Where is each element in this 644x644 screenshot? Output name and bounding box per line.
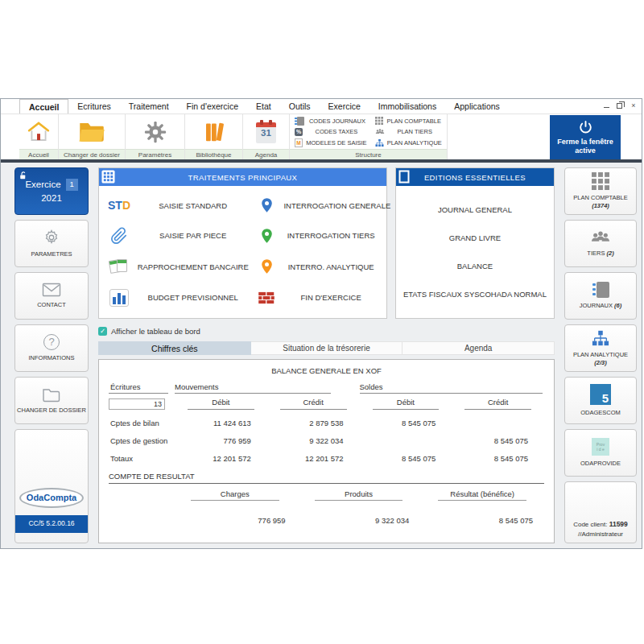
menu-tab-ecritures[interactable]: Ecritures <box>68 99 119 114</box>
map-pin-orange-icon <box>254 258 279 275</box>
sidebar-item-tiers[interactable]: TIERS (2) <box>564 220 637 267</box>
client-user: //Administrateur <box>578 530 623 539</box>
tab-chiffres-cles[interactable]: Chiffres clés <box>98 341 251 355</box>
col-header-mvt-credit: Crédit <box>280 398 347 410</box>
home-icon <box>26 120 52 143</box>
dashboard-tabbar: Chiffres clés Situation de la trésorerie… <box>98 341 555 355</box>
ribbon-item-plan-tiers[interactable]: PLAN TIERS <box>375 128 442 136</box>
ribbon-item-plan-analytique[interactable]: PLAN ANALYTIQUE <box>375 138 442 147</box>
menu-tab-immobilisations[interactable]: Immobilisations <box>369 99 445 114</box>
left-sidebar: Exercice 1 2021 PARAMETRES <box>14 167 89 543</box>
sidebar-item-informations[interactable]: ? INFORMATIONS <box>14 324 89 372</box>
menu-tab-outils[interactable]: Outils <box>280 99 320 114</box>
unlock-icon <box>19 171 28 181</box>
grid-icon <box>592 172 609 190</box>
ribbon-item-modeles-saisie[interactable]: M MODELES DE SAISIE <box>295 138 366 147</box>
tab-situation-tresorerie[interactable]: Situation de la trésorerie <box>251 341 403 355</box>
ribbon-group-bibliotheque[interactable]: Bibliothèque <box>185 114 243 159</box>
edition-balance[interactable]: BALANCE <box>399 262 551 270</box>
dashboard-checkbox-row: ✓ Afficher le tableau de bord <box>98 325 555 336</box>
sidebar-item-odaprovide[interactable]: Prov i d e ODAPROVIDE <box>564 429 637 477</box>
journaux-count: (6) <box>614 302 621 309</box>
people-icon <box>375 128 385 136</box>
ecritures-header: Écritures <box>109 382 168 394</box>
sidebar-item-journaux[interactable]: JOURNAUX (6) <box>564 272 637 320</box>
client-info-card: Code client: 11599 //Administrateur <box>564 481 637 543</box>
ribbon-item-plan-comptable[interactable]: PLAN COMPTABLE <box>375 117 442 126</box>
menu-bar: Accueil Ecritures Traitement Fin d'exerc… <box>1 99 642 114</box>
dashboard-checkbox-label: Afficher le tableau de bord <box>111 327 200 336</box>
tab-agenda[interactable]: Agenda <box>402 341 555 355</box>
panel-traitements-principaux: TRAITEMENTS PRINCIPAUX STD SAISIE STANDA… <box>98 167 387 319</box>
content-area: Exercice 1 2021 PARAMETRES <box>1 163 642 548</box>
sidebar-item-plan-comptable[interactable]: PLAN COMPTABLE (1374) <box>564 167 637 215</box>
sidebar-item-parametres[interactable]: PARAMETRES <box>14 220 89 267</box>
envelope-icon <box>42 283 61 297</box>
action-budget-previsionnel[interactable]: BUDGET PREVISIONNEL <box>107 283 254 314</box>
col-header-resultat: Résultat (bénéfice) <box>438 489 526 501</box>
balance-panel: BALANCE GENERALE EN XOF Écritures Mouvem… <box>98 359 555 543</box>
bricks-icon <box>254 291 279 304</box>
ribbon-group-agenda[interactable]: 31 Agenda <box>243 114 290 159</box>
ribbon-group-label: Agenda <box>243 149 289 159</box>
ribbon-group-changer-dossier[interactable]: Changer de dossier <box>59 114 126 159</box>
sidebar-item-plan-analytique[interactable]: PLAN ANALYTIQUE (2/3) <box>564 324 637 372</box>
orgchart-icon <box>591 329 610 347</box>
menu-tab-applications[interactable]: Applications <box>445 99 509 114</box>
ribbon-item-codes-journaux[interactable]: CODES JOURNAUX <box>295 117 366 126</box>
ribbon-item-codes-taxes[interactable]: % CODES TAXES <box>295 128 366 136</box>
table-row: Totaux 12 201 572 12 201 572 8 545 075 8… <box>109 454 544 463</box>
resultat-title: COMPTE DE RESULTAT <box>109 472 544 484</box>
window-controls: × <box>604 101 638 109</box>
sidebar-item-contact[interactable]: CONTACT <box>14 272 89 320</box>
map-pin-blue-icon <box>254 197 279 213</box>
balance-column-headers: Débit Crédit Débit Crédit <box>109 398 544 410</box>
paperclip-icon <box>107 227 131 245</box>
menu-tab-etat[interactable]: Etat <box>247 99 280 114</box>
sidebar-item-changer-dossier[interactable]: CHANGER DE DOSSIER <box>14 377 89 424</box>
exercice-badge: 1 <box>66 179 78 191</box>
close-active-window-button[interactable]: Ferme la fenêtre active <box>550 115 621 159</box>
ribbon-group-label: Structure <box>290 149 447 159</box>
menu-tab-exercice[interactable]: Exercice <box>320 99 369 114</box>
panel-header: EDITIONS ESSENTIELLES <box>396 168 554 186</box>
action-saisie-standard[interactable]: STD SAISIE STANDARD <box>107 191 254 221</box>
menu-tab-traitement[interactable]: Traitement <box>120 99 178 114</box>
power-icon <box>578 120 593 135</box>
menu-tab-fin-exercice[interactable]: Fin d'exercice <box>178 99 247 114</box>
ribbon-group-label: Bibliothèque <box>185 149 242 159</box>
action-rapprochement-bancaire[interactable]: RAPPROCHEMENT BANCAIRE <box>107 251 254 283</box>
exercice-card[interactable]: Exercice 1 2021 <box>14 167 89 215</box>
minimize-icon[interactable] <box>604 103 609 108</box>
dashboard-checkbox[interactable]: ✓ <box>98 327 107 336</box>
odacompta-logo: OdaCompta <box>19 488 84 508</box>
ecritures-count-input[interactable] <box>109 398 165 410</box>
apps-grid-icon <box>101 170 115 184</box>
col-header-solde-debit: Débit <box>373 398 440 410</box>
gear-outline-icon <box>43 229 60 246</box>
menu-tab-accueil[interactable]: Accueil <box>19 99 68 114</box>
books-icon <box>202 120 226 144</box>
calendar-icon: 31 <box>256 122 276 143</box>
ribbon-group-accueil[interactable]: Accueil <box>19 114 59 159</box>
gear-icon <box>143 120 167 144</box>
col-header-solde-credit: Crédit <box>464 398 531 410</box>
journal-icon <box>597 282 609 298</box>
odagescom-icon: 5 <box>590 384 611 405</box>
action-interrogation-generale[interactable]: INTERROGATION GENERALE <box>254 191 382 221</box>
action-interro-analytique[interactable]: INTERRO. ANALYTIQUE <box>254 251 382 283</box>
action-interrogation-tiers[interactable]: INTERROGATION TIERS <box>254 221 382 252</box>
close-icon[interactable]: × <box>630 101 638 109</box>
edition-etats-fiscaux[interactable]: ETATS FISCAUX SYSCOHADA NORMAL <box>399 290 551 299</box>
sidebar-item-odagescom[interactable]: 5 ODAGESCOM <box>564 377 637 424</box>
folder-outline-icon <box>42 387 61 402</box>
ribbon: Accueil Changer de dossier <box>1 114 642 159</box>
main-column: TRAITEMENTS PRINCIPAUX STD SAISIE STANDA… <box>93 167 560 543</box>
panel-header: TRAITEMENTS PRINCIPAUX <box>99 168 386 186</box>
action-fin-exercice[interactable]: FIN D'EXERCICE <box>254 283 382 314</box>
edition-journal-general[interactable]: JOURNAL GENERAL <box>399 205 551 214</box>
edition-grand-livre[interactable]: GRAND LIVRE <box>399 233 551 242</box>
ribbon-group-parametres[interactable]: Paramètres <box>126 114 185 159</box>
action-saisie-par-piece[interactable]: SAISIE PAR PIECE <box>107 221 254 252</box>
restore-icon[interactable] <box>617 103 622 109</box>
